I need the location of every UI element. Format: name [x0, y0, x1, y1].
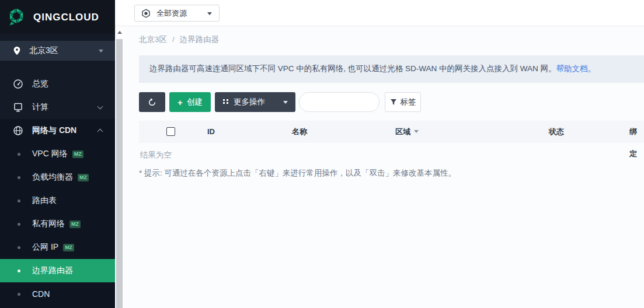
breadcrumb-region[interactable]: 北京3区	[139, 35, 167, 44]
console-screen: QINGCLOUD 北京3区 总览	[0, 0, 644, 308]
sidebar-item-vpc[interactable]: VPC 网络 MZ	[0, 142, 115, 166]
bullet-icon	[18, 200, 20, 202]
scrollbar-thumb[interactable]	[116, 39, 123, 308]
sidebar-item-public-ip[interactable]: 公网 IP MZ	[0, 236, 115, 259]
sidebar-item-label: 网络与 CDN	[32, 125, 76, 136]
scroll-up-button[interactable]	[115, 28, 124, 36]
search-input[interactable]	[299, 92, 380, 112]
banner-text: 边界路由器可高速连通同区域下不同 VPC 中的私有网络, 也可以通过光格 SD-…	[149, 64, 556, 73]
breadcrumb: 北京3区/边界路由器	[139, 34, 219, 45]
sidebar-item-label: 边界路由器	[32, 265, 73, 276]
region-label: 北京3区	[29, 46, 58, 56]
sidebar-group-network-cdn: 网络与 CDN VPC 网络 MZ 负载均衡器 MZ 路由表 私有网络 MZ	[0, 119, 115, 308]
bullet-icon	[18, 223, 20, 226]
resource-hexagon-icon	[141, 9, 151, 18]
column-header-name[interactable]: 名称	[292, 121, 307, 143]
globe-icon	[13, 125, 23, 136]
help-doc-link[interactable]: 帮助文档。	[556, 64, 596, 73]
dropdown-caret-icon	[207, 12, 212, 15]
column-header-status[interactable]: 状态	[549, 121, 564, 143]
sidebar-item-label: 私有网络	[32, 219, 65, 229]
sidebar-item-label: 总览	[32, 79, 48, 89]
funnel-icon	[390, 99, 397, 106]
brand-header[interactable]: QINGCLOUD	[0, 0, 115, 34]
tag-filter-button[interactable]: 标签	[385, 92, 421, 112]
column-header-id[interactable]: ID	[207, 121, 215, 143]
qingcloud-logo-icon	[8, 6, 27, 27]
breadcrumb-page: 边界路由器	[180, 35, 220, 44]
column-header-zone[interactable]: 区域	[395, 121, 419, 143]
sidebar-item-cdn[interactable]: CDN	[0, 282, 115, 306]
mz-badge: MZ	[72, 150, 83, 158]
grid-icon	[222, 99, 229, 106]
sidebar-item-label: 路由表	[32, 195, 57, 206]
sidebar-item-border-router[interactable]: 边界路由器	[0, 259, 115, 282]
sidebar-item-label: 公网 IP	[32, 242, 58, 253]
topbar: 全部资源	[115, 0, 644, 26]
gauge-icon	[13, 79, 23, 89]
breadcrumb-separator: /	[172, 35, 175, 44]
main-content: 北京3区/边界路由器 边界路由器可高速连通同区域下不同 VPC 中的私有网络, …	[124, 26, 644, 308]
usage-tip: * 提示: 可通过在各个资源上点击「右键」来进行常用操作，以及「双击」来修改基本…	[139, 168, 456, 178]
more-actions-dropdown[interactable]: 更多操作	[215, 92, 295, 112]
bullet-icon	[18, 270, 20, 272]
sidebar-item-route-table[interactable]: 路由表	[0, 189, 115, 212]
sidebar-item-label: CDN	[32, 289, 50, 299]
more-actions-label: 更多操作	[234, 97, 265, 107]
region-selector[interactable]: 北京3区	[0, 41, 115, 61]
sidebar-item-label: 负载均衡器	[32, 172, 73, 183]
tag-filter-label: 标签	[401, 97, 416, 107]
info-banner: 边界路由器可高速连通同区域下不同 VPC 中的私有网络, 也可以通过光格 SD-…	[139, 55, 644, 83]
empty-result-message: 结果为空	[140, 150, 172, 160]
location-pin-icon	[12, 46, 22, 56]
table-header: ID 名称 区域 状态 绑定	[139, 121, 644, 143]
sidebar-item-label: VPC 网络	[32, 149, 68, 159]
sidebar-item-private-network[interactable]: 私有网络 MZ	[0, 212, 115, 236]
column-header-binding[interactable]: 绑定	[629, 121, 644, 143]
sidebar-item-compute[interactable]: 计算	[0, 96, 115, 119]
sidebar-item-label: 计算	[32, 102, 48, 113]
brand-name: QINGCLOUD	[33, 0, 99, 34]
sidebar-item-load-balancer[interactable]: 负载均衡器 MZ	[0, 166, 115, 189]
sidebar: QINGCLOUD 北京3区 总览	[0, 0, 115, 308]
refresh-icon	[147, 97, 157, 107]
zone-sort-caret-icon	[414, 130, 419, 133]
create-button[interactable]: + 创建	[169, 92, 211, 112]
create-button-label: 创建	[187, 97, 203, 107]
monitor-icon	[13, 102, 23, 113]
plus-icon: +	[177, 97, 183, 107]
bullet-icon	[18, 293, 20, 296]
bullet-icon	[18, 176, 20, 179]
sidebar-item-network-cdn[interactable]: 网络与 CDN	[0, 119, 115, 142]
region-caret-icon	[99, 50, 103, 52]
more-actions-caret-icon	[283, 101, 288, 104]
bullet-icon	[18, 153, 20, 156]
select-all-checkbox[interactable]	[166, 127, 175, 136]
chevron-up-icon	[98, 129, 103, 135]
resource-filter-label: 全部资源	[156, 8, 187, 19]
refresh-button[interactable]	[139, 92, 165, 112]
mz-badge: MZ	[63, 244, 74, 251]
bullet-icon	[18, 246, 20, 249]
mz-badge: MZ	[78, 174, 89, 181]
toolbar: + 创建 更多操作 标签	[139, 92, 421, 112]
chevron-down-icon	[98, 104, 103, 110]
vertical-scrollbar	[115, 26, 124, 308]
resource-filter-dropdown[interactable]: 全部资源	[134, 5, 220, 22]
scroll-up-icon	[117, 31, 122, 34]
mz-badge: MZ	[69, 220, 81, 228]
sidebar-item-overview[interactable]: 总览	[0, 72, 115, 96]
